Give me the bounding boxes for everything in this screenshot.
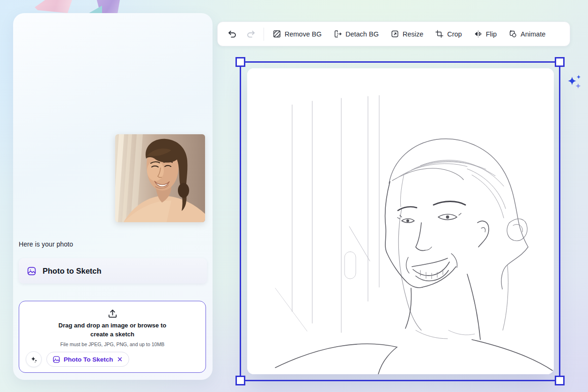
upload-requirements: File must be JPEG, JPG, PNG, and up to 1… — [19, 341, 206, 347]
ai-tools-button[interactable] — [26, 351, 42, 367]
sketch-canvas[interactable] — [247, 68, 554, 374]
resize-label: Resize — [403, 30, 423, 38]
decor-shape-pink — [35, 0, 72, 13]
assistant-panel: Here is your photo Photo to Sketch Drag … — [13, 13, 213, 380]
resize-handle-bottom-right[interactable] — [555, 376, 565, 385]
remove-bg-button[interactable]: Remove BG — [272, 29, 322, 38]
resize-handle-top-right[interactable] — [555, 57, 565, 67]
animate-button[interactable]: Animate — [508, 29, 545, 38]
remove-bg-icon — [272, 29, 281, 38]
sparkles-icon — [30, 356, 38, 363]
remove-bg-label: Remove BG — [285, 30, 322, 38]
crop-icon — [435, 29, 444, 38]
resize-handle-bottom-left[interactable] — [235, 376, 245, 385]
upload-actions-row: Photo To Sketch — [26, 351, 129, 367]
sketch-artwork — [247, 68, 554, 374]
detach-bg-icon — [333, 29, 342, 38]
photo-to-sketch-card[interactable]: Photo to Sketch — [19, 258, 207, 283]
flip-label: Flip — [486, 30, 497, 38]
flip-button[interactable]: Flip — [474, 29, 497, 38]
resize-button[interactable]: Resize — [390, 29, 423, 38]
redo-button[interactable] — [246, 29, 256, 39]
photo-caption: Here is your photo — [19, 240, 73, 248]
upload-icon — [107, 308, 118, 319]
crop-button[interactable]: Crop — [435, 29, 462, 38]
resize-icon — [390, 29, 399, 38]
detach-bg-label: Detach BG — [345, 30, 379, 38]
image-icon — [27, 266, 37, 276]
animate-icon — [508, 29, 517, 38]
detach-bg-button[interactable]: Detach BG — [333, 29, 379, 38]
app-window: Here is your photo Photo to Sketch Drag … — [0, 0, 588, 392]
crop-label: Crop — [447, 30, 462, 38]
redo-icon — [246, 29, 256, 39]
upload-dropzone[interactable]: Drag and drop an image or browse to crea… — [19, 301, 206, 373]
undo-icon — [227, 29, 237, 39]
decor-shape-teal — [89, 6, 102, 13]
close-icon[interactable] — [117, 356, 123, 363]
undo-button[interactable] — [227, 29, 237, 39]
animate-label: Animate — [521, 30, 545, 38]
resize-handle-top-left[interactable] — [235, 57, 245, 67]
pill-label: Photo To Sketch — [64, 356, 113, 363]
image-icon — [52, 356, 60, 363]
ai-sparkles-icon — [566, 73, 584, 94]
toolbar-divider — [264, 28, 264, 41]
uploaded-photo-thumbnail[interactable] — [115, 134, 205, 222]
flip-icon — [474, 29, 483, 38]
photo-to-sketch-pill[interactable]: Photo To Sketch — [46, 352, 129, 367]
upload-title: Drag and drop an image or browse to crea… — [19, 321, 206, 339]
tool-card-label: Photo to Sketch — [43, 267, 102, 276]
editor-toolbar: Remove BG Detach BG Resize — [217, 22, 570, 46]
photo-of-woman — [115, 134, 205, 222]
